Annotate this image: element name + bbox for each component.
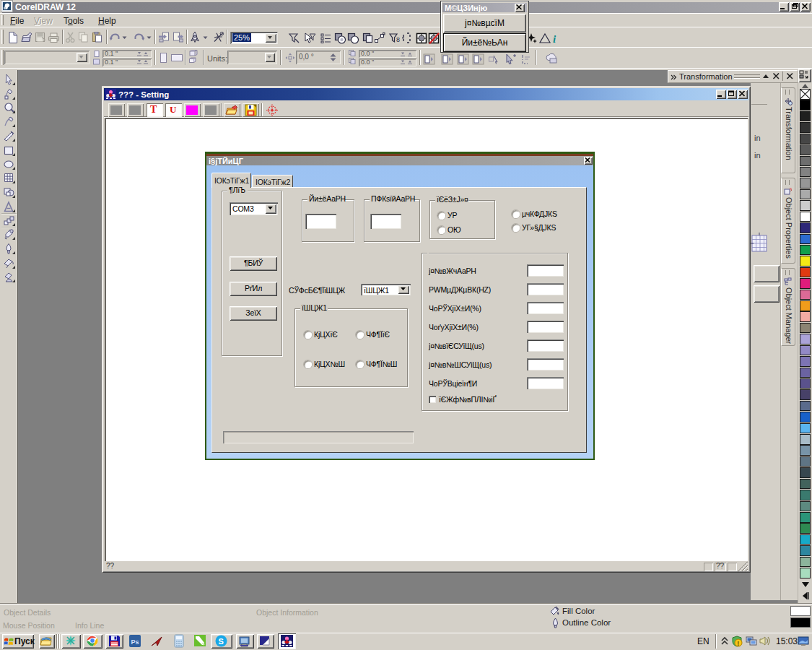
- svg-text:Ps: Ps: [131, 638, 139, 646]
- svg-text:!: !: [737, 640, 739, 647]
- svg-text:8: 8: [396, 36, 400, 43]
- svg-text:i: i: [553, 33, 556, 45]
- svg-text:S: S: [219, 637, 224, 646]
